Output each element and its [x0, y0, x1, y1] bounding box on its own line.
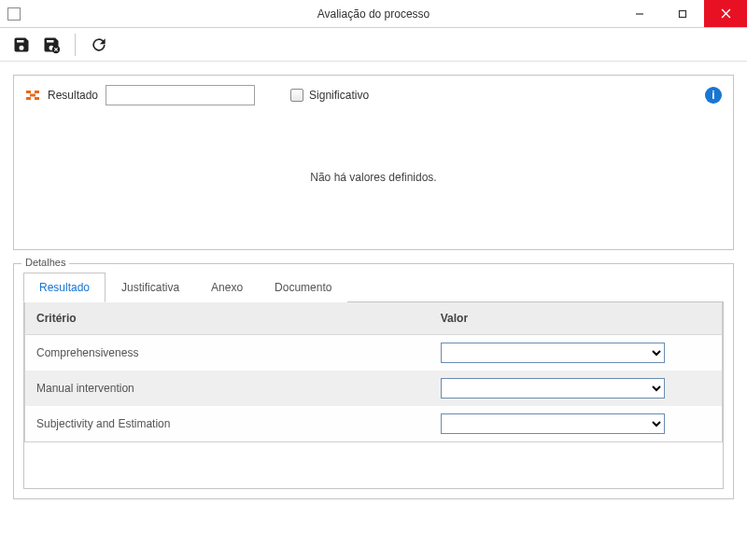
tab-attachment[interactable]: Anexo: [195, 273, 259, 302]
toolbar: [0, 28, 747, 62]
details-panel: Detalhes Resultado Justificativa Anexo D…: [13, 263, 734, 499]
value-select[interactable]: [441, 413, 665, 434]
tab-body: Critério Valor Comprehensiveness Manual …: [23, 302, 724, 489]
window-title: Avaliação do processo: [317, 7, 430, 21]
minimize-button[interactable]: [618, 0, 661, 27]
maximize-button[interactable]: [661, 0, 704, 27]
document-icon: [7, 7, 21, 21]
tab-result[interactable]: Resultado: [23, 273, 106, 302]
content: Resultado Significativo i Não há valores…: [0, 62, 747, 512]
table-row: Comprehensiveness: [25, 335, 723, 371]
details-legend: Detalhes: [21, 257, 69, 268]
significative-label: Significativo: [309, 89, 369, 102]
titlebar: Avaliação do processo: [0, 0, 747, 28]
table-row: Subjectivity and Estimation: [25, 406, 723, 442]
info-icon[interactable]: i: [705, 87, 722, 104]
close-button[interactable]: [704, 0, 747, 27]
col-value: Valor: [430, 302, 723, 335]
toolbar-separator: [75, 34, 76, 56]
result-icon: [25, 90, 40, 101]
svg-rect-10: [26, 97, 31, 100]
result-input[interactable]: [106, 85, 255, 105]
result-label: Resultado: [48, 89, 98, 102]
value-select[interactable]: [441, 378, 665, 399]
criterion-cell: Subjectivity and Estimation: [25, 406, 430, 442]
tab-justification[interactable]: Justificativa: [106, 273, 195, 302]
window-controls: [618, 0, 747, 27]
criterion-cell: Manual intervention: [25, 371, 430, 406]
main-panel: Resultado Significativo i Não há valores…: [13, 75, 734, 250]
svg-rect-1: [680, 10, 686, 17]
save-close-button[interactable]: [39, 33, 63, 57]
svg-rect-11: [35, 97, 39, 100]
empty-message: Não há valores definidos.: [25, 105, 722, 240]
save-button[interactable]: [9, 33, 34, 57]
significative-group: Significativo: [290, 89, 369, 102]
criteria-table: Critério Valor Comprehensiveness Manual …: [24, 302, 723, 442]
tab-document[interactable]: Documento: [259, 273, 347, 302]
col-criterion: Critério: [25, 302, 430, 335]
tabs: Resultado Justificativa Anexo Documento: [23, 272, 724, 302]
criterion-cell: Comprehensiveness: [25, 335, 430, 371]
svg-rect-8: [35, 91, 39, 93]
value-select[interactable]: [441, 343, 665, 363]
svg-rect-7: [26, 91, 31, 93]
refresh-button[interactable]: [87, 33, 111, 57]
significative-checkbox[interactable]: [290, 89, 303, 102]
svg-rect-9: [30, 94, 35, 97]
table-row: Manual intervention: [25, 371, 723, 406]
result-row: Resultado Significativo i: [25, 85, 722, 105]
